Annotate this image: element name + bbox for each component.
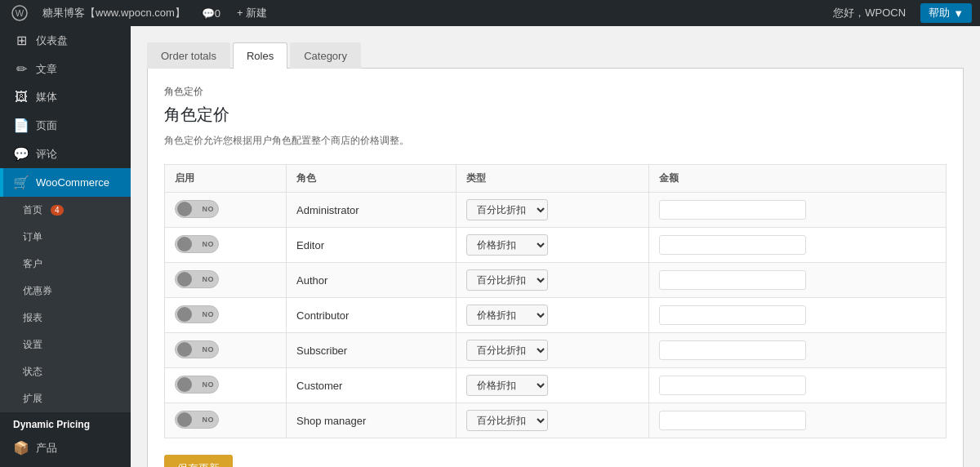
toggle-switch-5[interactable]: NO — [175, 376, 219, 394]
panel-title: 角色定价 — [164, 104, 947, 126]
tab-order-totals[interactable]: Order totals — [147, 42, 230, 69]
table-row: NO Author百分比折扣价格折扣固定价格 — [165, 263, 947, 298]
toggle-knob-6 — [177, 412, 192, 427]
amount-input-4[interactable] — [659, 340, 806, 360]
type-select-1[interactable]: 百分比折扣价格折扣固定价格 — [466, 234, 548, 256]
sidebar-item-pages[interactable]: 📄 页面 — [0, 111, 131, 140]
sidebar-label-extensions: 扩展 — [23, 392, 42, 406]
table-row: NO Editor百分比折扣价格折扣固定价格 — [165, 228, 947, 263]
sidebar-item-media[interactable]: 🖼 媒体 — [0, 83, 131, 111]
sidebar-item-orders[interactable]: 订单 — [0, 224, 131, 251]
new-item-link[interactable]: + 新建 — [229, 0, 275, 26]
toggle-label-1: NO — [203, 240, 215, 248]
type-select-5[interactable]: 百分比折扣价格折扣固定价格 — [466, 375, 548, 396]
sidebar-item-status[interactable]: 状态 — [0, 358, 131, 385]
posts-icon: ✏ — [13, 61, 29, 77]
table-row: NO Subscriber百分比折扣价格折扣固定价格 — [165, 333, 947, 368]
amount-input-6[interactable] — [659, 411, 806, 430]
toggle-knob-2 — [177, 272, 192, 287]
sidebar-item-customers[interactable]: 客户 — [0, 251, 131, 278]
toggle-switch-3[interactable]: NO — [175, 305, 219, 323]
tab-roles[interactable]: Roles — [233, 42, 287, 69]
table-header: 启用 角色 类型 金额 — [165, 165, 947, 193]
role-name-cell: Author — [287, 263, 457, 298]
table-body: NO Administrator百分比折扣价格折扣固定价格 NO Editor百… — [165, 193, 947, 438]
toggle-switch-4[interactable]: NO — [175, 340, 219, 358]
pages-icon: 📄 — [13, 118, 29, 133]
sidebar-label-posts: 文章 — [36, 62, 57, 77]
woocommerce-icon: 🛒 — [13, 175, 29, 190]
col-header-role: 角色 — [287, 165, 457, 193]
svg-text:W: W — [16, 8, 24, 18]
help-button[interactable]: 帮助 ▼ — [920, 3, 972, 23]
toggle-label-3: NO — [203, 310, 215, 318]
role-name-cell: Shop manager — [287, 403, 457, 438]
sidebar-item-settings[interactable]: 设置 — [0, 331, 131, 358]
col-header-amount: 金额 — [648, 165, 946, 193]
type-select-3[interactable]: 百分比折扣价格折扣固定价格 — [466, 305, 548, 326]
main-content: Order totals Roles Category 角色定价 角色定价 角色… — [131, 26, 980, 467]
type-select-4[interactable]: 百分比折扣价格折扣固定价格 — [466, 340, 548, 361]
panel: 角色定价 角色定价 角色定价允许您根据用户角色配置整个商店的价格调整。 启用 角… — [147, 69, 964, 467]
col-header-enabled: 启用 — [165, 165, 287, 193]
products-icon: 📦 — [13, 440, 29, 456]
sidebar-item-home[interactable]: 首页 4 — [0, 197, 131, 224]
greeting-text: 您好，WPOCN — [825, 6, 914, 20]
sidebar-item-products[interactable]: 📦 产品 — [0, 434, 131, 462]
sidebar-item-extensions[interactable]: 扩展 — [0, 385, 131, 412]
type-select-2[interactable]: 百分比折扣价格折扣固定价格 — [466, 269, 548, 291]
panel-wrapper: 角色定价 角色定价 角色定价允许您根据用户角色配置整个商店的价格调整。 启用 角… — [147, 69, 964, 467]
sidebar-label-status: 状态 — [23, 365, 42, 379]
amount-input-3[interactable] — [659, 305, 806, 325]
table-row: NO Customer百分比折扣价格折扣固定价格 — [165, 368, 947, 403]
sidebar-item-posts[interactable]: ✏ 文章 — [0, 55, 131, 83]
comments-count: 0 — [215, 7, 220, 20]
admin-bar-right: 您好，WPOCN 帮助 ▼ — [825, 3, 972, 23]
site-name-link[interactable]: 糖果博客【www.wpocn.com】 — [34, 0, 194, 26]
sidebar-item-dashboard[interactable]: ⊞ 仪表盘 — [0, 26, 131, 55]
tab-category[interactable]: Category — [290, 42, 361, 69]
sidebar-item-reports[interactable]: 报表 — [0, 305, 131, 331]
type-select-6[interactable]: 百分比折扣价格折扣固定价格 — [466, 410, 548, 431]
toggle-knob-1 — [177, 237, 192, 251]
dynamic-pricing-section-label: Dynamic Pricing — [0, 412, 131, 434]
sidebar-item-coupons[interactable]: 优惠券 — [0, 278, 131, 305]
sidebar-label-media: 媒体 — [36, 90, 57, 105]
type-select-0[interactable]: 百分比折扣价格折扣固定价格 — [466, 199, 548, 220]
role-name-cell: Editor — [287, 228, 457, 263]
amount-input-5[interactable] — [659, 376, 806, 395]
toggle-label-2: NO — [203, 275, 215, 283]
woocommerce-submenu: 首页 4 订单 客户 优惠券 报表 设置 状态 扩展 — [0, 197, 131, 412]
comments-icon: 💬 — [202, 7, 215, 20]
toggle-switch-2[interactable]: NO — [175, 270, 219, 288]
sidebar-label-orders: 订单 — [23, 230, 42, 244]
sidebar: ⊞ 仪表盘 ✏ 文章 🖼 媒体 📄 页面 💬 评论 🛒 WooCommerce … — [0, 26, 131, 467]
amount-input-2[interactable] — [659, 270, 806, 290]
sidebar-item-analytics[interactable]: 📊 分析 — [0, 462, 131, 467]
toggle-switch-0[interactable]: NO — [175, 200, 219, 218]
toggle-switch-6[interactable]: NO — [175, 411, 219, 429]
admin-bar: W 糖果博客【www.wpocn.com】 💬 0 + 新建 您好，WPOCN … — [0, 0, 980, 26]
home-badge: 4 — [51, 205, 64, 216]
sidebar-label-reports: 报表 — [23, 311, 42, 325]
sidebar-item-woocommerce[interactable]: 🛒 WooCommerce — [0, 168, 131, 197]
table-row: NO Administrator百分比折扣价格折扣固定价格 — [165, 193, 947, 228]
sidebar-label-comments: 评论 — [36, 147, 57, 162]
main-layout: ⊞ 仪表盘 ✏ 文章 🖼 媒体 📄 页面 💬 评论 🛒 WooCommerce … — [0, 26, 980, 467]
sidebar-label-home: 首页 — [23, 203, 42, 217]
amount-input-0[interactable] — [659, 200, 806, 220]
amount-input-1[interactable] — [659, 235, 806, 255]
toggle-knob-3 — [177, 307, 192, 322]
toggle-label-5: NO — [203, 380, 215, 389]
sidebar-item-comments[interactable]: 💬 评论 — [0, 140, 131, 168]
sidebar-label-settings: 设置 — [23, 338, 42, 352]
col-header-type: 类型 — [457, 165, 649, 193]
sidebar-label-woocommerce: WooCommerce — [36, 176, 109, 189]
comments-link[interactable]: 💬 0 — [194, 0, 229, 26]
save-button[interactable]: 保存更新 — [164, 455, 233, 467]
toggle-knob-4 — [177, 342, 192, 357]
table-row: NO Contributor百分比折扣价格折扣固定价格 — [165, 298, 947, 333]
wp-logo-icon[interactable]: W — [8, 2, 31, 24]
toggle-switch-1[interactable]: NO — [175, 235, 219, 253]
table-row: NO Shop manager百分比折扣价格折扣固定价格 — [165, 403, 947, 438]
